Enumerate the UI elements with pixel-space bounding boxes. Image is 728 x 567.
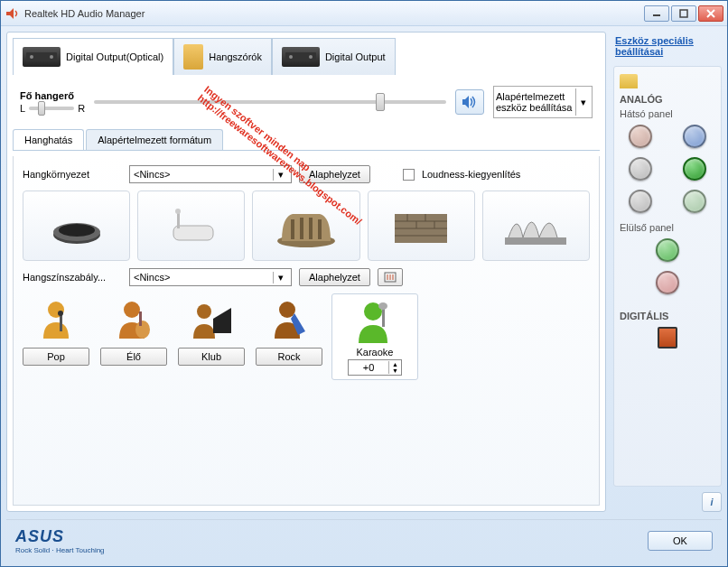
- environment-select[interactable]: <Nincs> ▾: [129, 165, 292, 183]
- environment-presets: [23, 191, 590, 261]
- main-row: Digital Output(Optical) Hangszórók Digit…: [6, 32, 722, 512]
- svg-point-9: [309, 55, 313, 59]
- default-device-select[interactable]: Alapértelmezett eszköz beállítása ▾: [493, 86, 593, 118]
- environment-label: Hangkörnyezet: [23, 169, 122, 180]
- svg-rect-19: [309, 218, 313, 239]
- equalizer-reset-button[interactable]: Alaphelyzet: [299, 268, 370, 286]
- person-guitar-icon: [108, 293, 159, 344]
- advanced-settings-link[interactable]: Eszköz speciális beállításai: [613, 32, 722, 60]
- environment-row: Hangkörnyezet <Nincs> ▾ Alaphelyzet Loud…: [23, 165, 590, 183]
- svg-rect-18: [300, 218, 303, 239]
- subtab-default-format[interactable]: Alapértelmezett formátum: [86, 129, 223, 150]
- person-piano-icon: [186, 293, 237, 344]
- content: Digital Output(Optical) Hangszórók Digit…: [1, 26, 727, 566]
- jack-back-5[interactable]: [683, 190, 706, 213]
- svg-rect-14: [177, 212, 180, 228]
- balance-right: R: [78, 103, 85, 114]
- window-title: Realtek HD Audio Manager: [24, 8, 644, 19]
- subtab-sound-effect[interactable]: Hanghatás: [13, 129, 84, 150]
- person-eguitar-icon: [264, 293, 314, 344]
- back-jacks: [620, 125, 715, 213]
- balance-slider[interactable]: L R: [20, 103, 85, 114]
- audio-manager-window: Realtek HD Audio Manager Digital Output(…: [0, 0, 728, 567]
- main-panel: Digital Output(Optical) Hangszórók Digit…: [6, 32, 606, 512]
- env-tile-sewer[interactable]: [23, 191, 130, 261]
- eq-button-live[interactable]: Élő: [100, 348, 167, 366]
- environment-value: <Nincs>: [134, 169, 170, 180]
- front-panel-label: Elülső panel: [620, 222, 715, 233]
- tab-digital-output[interactable]: Digital Output: [272, 38, 396, 75]
- svg-rect-35: [60, 315, 62, 331]
- svg-point-15: [175, 209, 181, 214]
- tab-label: Digital Output: [325, 51, 386, 62]
- loudness-label: Loudness-kiegyenlítés: [422, 169, 520, 180]
- titlebar: Realtek HD Audio Manager: [1, 1, 727, 26]
- karaoke-value: +0: [349, 362, 388, 373]
- eq-button-club[interactable]: Klub: [178, 348, 245, 366]
- jack-back-4[interactable]: [629, 190, 652, 213]
- brand-tagline: Rock Solid · Heart Touching: [15, 546, 105, 554]
- jack-digital-0[interactable]: [658, 327, 677, 349]
- svg-point-41: [279, 302, 295, 318]
- amplifier-icon: [282, 47, 320, 67]
- karaoke-icon: [351, 298, 398, 345]
- svg-point-12: [59, 224, 95, 237]
- jack-front-0[interactable]: [656, 238, 679, 262]
- env-tile-bathroom[interactable]: [137, 191, 245, 261]
- equalizer-select[interactable]: <Nincs> ▾: [129, 268, 292, 286]
- effect-tabs: Hanghatás Alapértelmezett formátum: [13, 129, 600, 151]
- env-tile-stone[interactable]: [368, 191, 475, 261]
- svg-point-8: [289, 55, 293, 59]
- eq-preset-club: Klub: [178, 293, 245, 366]
- main-volume-slider[interactable]: [94, 94, 446, 110]
- minimize-button[interactable]: [644, 5, 669, 22]
- volume-row: Fő hangerő L R Alapértelmez: [13, 80, 600, 124]
- svg-rect-43: [382, 307, 385, 327]
- volume-label: Fő hangerő: [20, 90, 85, 101]
- tab-speakers[interactable]: Hangszórók: [173, 38, 272, 75]
- equalizer-value: <Nincs>: [134, 272, 170, 283]
- equalizer-label: Hangszínszabály...: [23, 272, 122, 283]
- digital-header: DIGITÁLIS: [620, 311, 715, 321]
- jack-back-0[interactable]: [629, 125, 652, 148]
- env-tile-opera[interactable]: [482, 191, 590, 261]
- digital-jacks: [620, 327, 715, 349]
- eq-button-rock[interactable]: Rock: [256, 348, 322, 366]
- karaoke-box: Karaoke +0 ▲▼: [331, 293, 418, 380]
- eq-preset-pop: Pop: [23, 293, 89, 366]
- eq-button-pop[interactable]: Pop: [23, 348, 89, 366]
- svg-point-36: [58, 311, 63, 316]
- info-button[interactable]: i: [702, 492, 722, 512]
- svg-rect-20: [318, 219, 322, 239]
- ok-button[interactable]: OK: [648, 531, 713, 551]
- app-icon: [5, 6, 19, 21]
- person-icon: [31, 293, 81, 344]
- svg-point-6: [50, 55, 53, 59]
- svg-point-37: [124, 302, 140, 318]
- jack-back-2[interactable]: [629, 157, 652, 181]
- svg-rect-1: [680, 10, 687, 17]
- jack-back-3[interactable]: [683, 157, 706, 181]
- footer: ASUS Rock Solid · Heart Touching OK: [6, 519, 722, 561]
- balance-left: L: [20, 103, 25, 114]
- tab-label: Hangszórók: [209, 51, 262, 62]
- speakers-icon: [183, 44, 203, 70]
- env-tile-arena[interactable]: [252, 191, 359, 261]
- close-button[interactable]: [698, 5, 723, 22]
- window-buttons: [644, 5, 723, 22]
- maximize-button[interactable]: [671, 5, 696, 22]
- equalizer-expand-button[interactable]: [378, 268, 403, 286]
- karaoke-spinner[interactable]: +0 ▲▼: [348, 359, 402, 376]
- tab-label: Digital Output(Optical): [66, 51, 163, 62]
- loudness-checkbox[interactable]: [403, 169, 415, 181]
- environment-reset-button[interactable]: Alaphelyzet: [299, 165, 370, 183]
- spinner-arrows: ▲▼: [388, 361, 401, 374]
- jack-back-1[interactable]: [683, 125, 706, 148]
- folder-icon[interactable]: [620, 74, 638, 88]
- jack-front-1[interactable]: [656, 271, 679, 294]
- svg-point-5: [30, 55, 33, 59]
- equalizer-row: Hangszínszabály... <Nincs> ▾ Alaphelyzet: [23, 268, 590, 286]
- mute-button[interactable]: [455, 89, 484, 115]
- eq-preset-rock: Rock: [256, 293, 322, 366]
- tab-digital-optical[interactable]: Digital Output(Optical): [13, 38, 173, 75]
